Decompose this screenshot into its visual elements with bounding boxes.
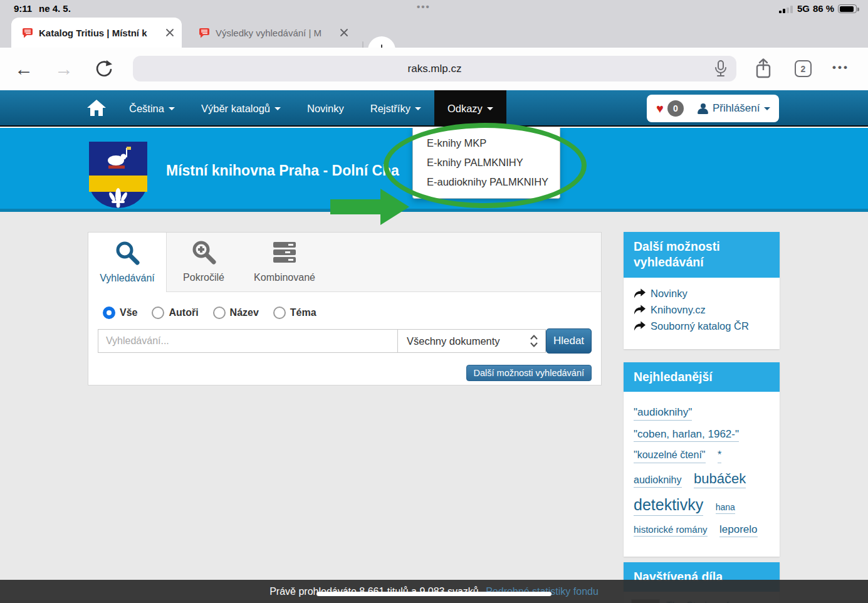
tab-search-results[interactable]: Výsledky vyhledávání | M [188,18,356,48]
menu-item-eaudioknihy-palmknihy[interactable]: E-audioknihy PALMKNIHY [413,172,560,192]
nav-item-indexes[interactable]: Rejstříky [357,90,434,127]
link-souborny-katalog[interactable]: Souborný katalog ČR [634,320,770,332]
site-navbar: Čeština Výběr katalogů Novinky Rejstříky… [0,90,868,127]
coat-of-arms-logo [88,140,149,209]
tag-link[interactable]: "audioknihy" [634,406,692,421]
chevron-down-icon [415,107,421,110]
search-icon [115,240,140,265]
tab-combined-search[interactable]: Kombinované [241,233,328,291]
signal-bars-icon [779,6,794,13]
more-search-options-button[interactable]: Další možnosti vyhledávání [466,365,592,381]
most-searched-box: Nejhledanější "audioknihy" "coben, harla… [624,362,780,557]
library-name: Místní knihovna Praha - Dolní Cha [166,162,399,179]
tag-link[interactable]: bubáček [694,471,746,488]
search-tabs: Vyhledávání Pokročilé Kombinované [88,233,601,292]
radio-icon [273,307,286,319]
tab-basic-search[interactable]: Vyhledávání [88,233,167,292]
share-icon[interactable] [753,58,773,80]
nav-item-catalog-select[interactable]: Výběr katalogů [188,90,294,127]
forward-button[interactable]: → [51,56,76,81]
url-text: raks.mlp.cz [408,63,462,75]
close-tab-icon[interactable] [335,23,353,42]
radio-all[interactable]: Vše [103,307,137,319]
more-menu-icon[interactable]: ••• [832,61,849,74]
forward-arrow-icon [634,321,646,331]
clock: 9:11 [14,3,32,14]
network-type: 5G [797,3,810,14]
reload-button[interactable] [94,59,114,79]
select-stepper-icon [529,334,539,348]
home-indicator [316,592,552,596]
tritius-favicon-icon [22,28,33,38]
nav-item-news[interactable]: Novinky [294,90,357,127]
combined-search-icon [271,241,298,265]
tag-link[interactable]: historické romány [634,524,708,537]
microphone-icon[interactable] [713,60,728,78]
tag-link[interactable]: detektivky [634,496,703,516]
menu-item-eknihy-palmknihy[interactable]: E-knihy PALMKNIHY [413,153,560,172]
tag-cloud: "audioknihy" "coben, harlan, 1962-" "kou… [624,392,780,557]
more-options-box: Další možnosti vyhledávání Novinky Kniho… [624,232,780,349]
tab-title: Výsledky vyhledávání | M [216,28,335,38]
address-bar[interactable]: raks.mlp.cz [133,56,736,81]
battery-icon [838,4,857,13]
tag-link[interactable]: "coben, harlan, 1962-" [634,428,739,443]
account-pill: ♥ 0 Přihlášení [647,95,779,122]
favorites-heart-icon[interactable]: ♥ [656,102,664,116]
ipad-safari-screen: 9:11 ne 4. 5. ••• 5G 86 % Katalog Tritiu… [0,0,868,603]
radio-authors[interactable]: Autoři [152,307,198,319]
box-title: Nejhledanější [624,362,780,392]
advanced-search-icon [191,239,216,265]
radio-icon [213,307,226,319]
radio-selected-icon [103,307,115,319]
chevron-down-icon [169,107,175,110]
search-panel: Vyhledávání Pokročilé Kombinované Vše Au… [88,232,602,385]
forward-arrow-icon [634,288,646,298]
tab-advanced-search[interactable]: Pokročilé [167,233,241,291]
back-button[interactable]: ← [11,56,36,81]
favorites-count-badge[interactable]: 0 [667,100,684,117]
close-tab-icon[interactable] [160,23,179,42]
search-scope-radios: Vše Autoři Název Téma [103,307,601,319]
login-button[interactable]: Přihlášení [713,102,760,115]
radio-topic[interactable]: Téma [273,307,316,319]
menu-item-eknihy-mkp[interactable]: E-knihy MKP [413,134,560,153]
box-title: Další možnosti vyhledávání [624,232,780,278]
tritius-favicon-icon [199,28,210,38]
battery-percentage: 86 % [813,3,834,14]
tab-overview-button[interactable]: 2 [795,60,812,77]
chevron-down-icon [275,107,281,110]
chevron-down-icon [764,107,770,110]
nav-item-links[interactable]: Odkazy [434,90,506,127]
tag-link[interactable]: audioknihy [634,475,682,488]
tag-link[interactable]: hana [716,502,735,514]
link-novinky[interactable]: Novinky [634,288,770,300]
chevron-down-icon [487,107,493,110]
tag-link[interactable]: * [718,449,721,463]
search-input[interactable] [98,329,398,353]
browser-tab-bar: Katalog Tritius | Místní k Výsledky vyhl… [0,18,868,48]
search-button[interactable]: Hledat [546,328,592,354]
multitask-handle-icon[interactable]: ••• [417,1,431,12]
date: ne 4. 5. [39,3,71,14]
links-dropdown-menu: E-knihy MKP E-knihy PALMKNIHY E-audiokni… [412,128,560,199]
link-knihovny-cz[interactable]: Knihovny.cz [634,304,770,316]
tab-title: Katalog Tritius | Místní k [39,28,160,38]
radio-icon [152,307,164,319]
tab-catalog[interactable]: Katalog Tritius | Místní k [11,18,182,48]
browser-toolbar: ← → raks.mlp.cz 2 ••• [0,48,868,90]
user-icon [698,103,708,114]
tag-link[interactable]: leporelo [719,523,758,538]
document-type-select[interactable]: Všechny dokumenty [398,329,546,353]
status-bar: 9:11 ne 4. 5. ••• 5G 86 % [0,0,868,18]
page-content: Vyhledávání Pokročilé Kombinované Vše Au… [0,212,868,603]
nav-item-language[interactable]: Čeština [116,90,188,127]
tag-link[interactable]: "kouzelné čtení" [634,449,706,463]
radio-title[interactable]: Název [213,307,259,319]
home-icon[interactable] [86,98,107,117]
forward-arrow-icon [634,305,646,315]
tab-count: 2 [801,64,806,74]
